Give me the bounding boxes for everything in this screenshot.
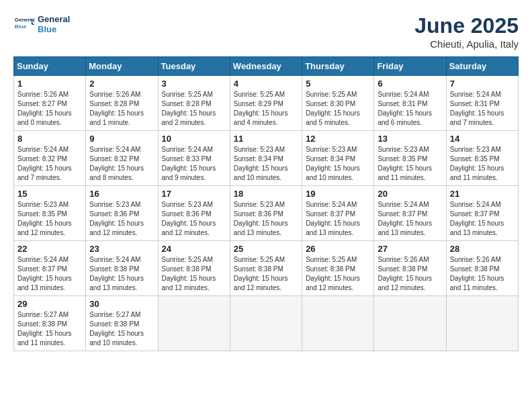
sunrise-label: Sunrise: 5:23 AM (234, 201, 285, 208)
day-number: 2 (89, 79, 154, 89)
day-info: Sunrise: 5:26 AM Sunset: 8:28 PM Dayligh… (89, 90, 154, 128)
day-info: Sunrise: 5:24 AM Sunset: 8:37 PM Dayligh… (450, 200, 515, 238)
calendar-cell: 27 Sunrise: 5:26 AM Sunset: 8:38 PM Dayl… (374, 241, 446, 296)
calendar-cell (374, 296, 446, 351)
calendar-cell: 8 Sunrise: 5:24 AM Sunset: 8:32 PM Dayli… (14, 131, 86, 186)
daylight-label: Daylight: 15 hours and 11 minutes. (378, 165, 432, 181)
sunrise-label: Sunrise: 5:26 AM (450, 256, 501, 263)
sunset-label: Sunset: 8:34 PM (306, 155, 355, 163)
day-info: Sunrise: 5:23 AM Sunset: 8:36 PM Dayligh… (234, 200, 298, 238)
day-info: Sunrise: 5:26 AM Sunset: 8:38 PM Dayligh… (450, 255, 515, 293)
day-number: 13 (378, 134, 442, 144)
daylight-label: Daylight: 15 hours and 13 minutes. (450, 220, 504, 236)
svg-text:Blue: Blue (15, 24, 27, 30)
sunset-label: Sunset: 8:27 PM (17, 100, 67, 107)
sunset-label: Sunset: 8:35 PM (17, 210, 67, 218)
day-info: Sunrise: 5:27 AM Sunset: 8:38 PM Dayligh… (17, 310, 82, 348)
daylight-label: Daylight: 15 hours and 0 minutes. (17, 109, 72, 126)
sunrise-label: Sunrise: 5:25 AM (234, 91, 285, 98)
daylight-label: Daylight: 15 hours and 10 minutes. (234, 165, 288, 181)
calendar-cell (158, 296, 230, 351)
calendar-cell: 17 Sunrise: 5:23 AM Sunset: 8:36 PM Dayl… (158, 186, 230, 241)
day-number: 30 (89, 299, 154, 309)
day-info: Sunrise: 5:23 AM Sunset: 8:35 PM Dayligh… (450, 145, 515, 183)
sunrise-label: Sunrise: 5:23 AM (162, 201, 213, 208)
day-info: Sunrise: 5:23 AM Sunset: 8:35 PM Dayligh… (378, 145, 442, 183)
day-number: 20 (378, 189, 442, 199)
day-number: 24 (162, 244, 226, 254)
day-number: 4 (234, 79, 298, 89)
day-info: Sunrise: 5:24 AM Sunset: 8:33 PM Dayligh… (162, 145, 226, 183)
sunset-label: Sunset: 8:36 PM (234, 210, 283, 218)
calendar-header-friday: Friday (374, 57, 446, 76)
sunrise-label: Sunrise: 5:25 AM (162, 91, 213, 98)
sunrise-label: Sunrise: 5:23 AM (234, 146, 285, 153)
daylight-label: Daylight: 15 hours and 8 minutes. (89, 165, 144, 181)
sunset-label: Sunset: 8:31 PM (378, 100, 427, 107)
daylight-label: Daylight: 15 hours and 13 minutes. (234, 220, 288, 236)
title-section: June 2025 Chieuti, Apulia, Italy (414, 13, 519, 50)
daylight-label: Daylight: 15 hours and 10 minutes. (89, 330, 144, 347)
sunset-label: Sunset: 8:30 PM (306, 100, 355, 107)
calendar-header-thursday: Thursday (302, 57, 374, 76)
sunrise-label: Sunrise: 5:26 AM (17, 91, 69, 98)
sunrise-label: Sunrise: 5:24 AM (306, 201, 357, 208)
daylight-label: Daylight: 15 hours and 6 minutes. (378, 109, 432, 126)
day-info: Sunrise: 5:24 AM Sunset: 8:37 PM Dayligh… (306, 200, 370, 238)
sunrise-label: Sunrise: 5:24 AM (378, 91, 429, 98)
day-info: Sunrise: 5:25 AM Sunset: 8:38 PM Dayligh… (162, 255, 226, 293)
day-info: Sunrise: 5:23 AM Sunset: 8:35 PM Dayligh… (17, 200, 82, 238)
sunrise-label: Sunrise: 5:24 AM (17, 256, 69, 263)
day-number: 1 (17, 79, 82, 89)
daylight-label: Daylight: 15 hours and 12 minutes. (306, 275, 360, 291)
daylight-label: Daylight: 15 hours and 12 minutes. (162, 275, 216, 291)
daylight-label: Daylight: 15 hours and 7 minutes. (17, 165, 72, 181)
day-number: 10 (162, 134, 226, 144)
daylight-label: Daylight: 15 hours and 2 minutes. (162, 109, 216, 126)
sunrise-label: Sunrise: 5:24 AM (450, 91, 501, 98)
sunrise-label: Sunrise: 5:24 AM (162, 146, 213, 153)
daylight-label: Daylight: 15 hours and 13 minutes. (306, 220, 360, 236)
daylight-label: Daylight: 15 hours and 1 minute. (89, 109, 144, 126)
day-info: Sunrise: 5:23 AM Sunset: 8:34 PM Dayligh… (306, 145, 370, 183)
calendar-cell: 14 Sunrise: 5:23 AM Sunset: 8:35 PM Dayl… (446, 131, 518, 186)
day-number: 5 (306, 79, 370, 89)
sunrise-label: Sunrise: 5:25 AM (306, 256, 357, 263)
sunset-label: Sunset: 8:37 PM (17, 265, 67, 273)
calendar-cell: 12 Sunrise: 5:23 AM Sunset: 8:34 PM Dayl… (302, 131, 374, 186)
calendar-week-4: 29 Sunrise: 5:27 AM Sunset: 8:38 PM Dayl… (14, 296, 519, 351)
calendar-cell: 1 Sunrise: 5:26 AM Sunset: 8:27 PM Dayli… (14, 76, 86, 131)
calendar-header-monday: Monday (86, 57, 158, 76)
sunset-label: Sunset: 8:38 PM (162, 265, 212, 273)
daylight-label: Daylight: 15 hours and 4 minutes. (234, 109, 288, 126)
sunrise-label: Sunrise: 5:27 AM (89, 311, 140, 318)
sunset-label: Sunset: 8:34 PM (234, 155, 283, 163)
day-number: 27 (378, 244, 442, 254)
sunrise-label: Sunrise: 5:24 AM (378, 201, 429, 208)
sunrise-label: Sunrise: 5:23 AM (378, 146, 429, 153)
sunset-label: Sunset: 8:38 PM (89, 265, 139, 273)
sunset-label: Sunset: 8:37 PM (450, 210, 500, 218)
day-info: Sunrise: 5:23 AM Sunset: 8:34 PM Dayligh… (234, 145, 298, 183)
sunrise-label: Sunrise: 5:25 AM (234, 256, 285, 263)
daylight-label: Daylight: 15 hours and 12 minutes. (234, 275, 288, 291)
day-number: 25 (234, 244, 298, 254)
sunset-label: Sunset: 8:28 PM (162, 100, 212, 107)
day-info: Sunrise: 5:25 AM Sunset: 8:28 PM Dayligh… (162, 90, 226, 128)
calendar-cell: 3 Sunrise: 5:25 AM Sunset: 8:28 PM Dayli… (158, 76, 230, 131)
day-number: 7 (450, 79, 515, 89)
day-number: 23 (89, 244, 154, 254)
day-number: 26 (306, 244, 370, 254)
sunrise-label: Sunrise: 5:23 AM (17, 201, 69, 208)
sunset-label: Sunset: 8:38 PM (89, 320, 139, 328)
calendar-cell: 13 Sunrise: 5:23 AM Sunset: 8:35 PM Dayl… (374, 131, 446, 186)
sunset-label: Sunset: 8:38 PM (378, 265, 427, 273)
calendar-cell: 5 Sunrise: 5:25 AM Sunset: 8:30 PM Dayli… (302, 76, 374, 131)
sunrise-label: Sunrise: 5:24 AM (17, 146, 69, 153)
sunset-label: Sunset: 8:35 PM (450, 155, 500, 163)
calendar-cell: 10 Sunrise: 5:24 AM Sunset: 8:33 PM Dayl… (158, 131, 230, 186)
day-info: Sunrise: 5:24 AM Sunset: 8:32 PM Dayligh… (89, 145, 154, 183)
sunrise-label: Sunrise: 5:24 AM (450, 201, 501, 208)
calendar-header-row: SundayMondayTuesdayWednesdayThursdayFrid… (14, 57, 519, 76)
logo-icon: General Blue (13, 13, 35, 35)
